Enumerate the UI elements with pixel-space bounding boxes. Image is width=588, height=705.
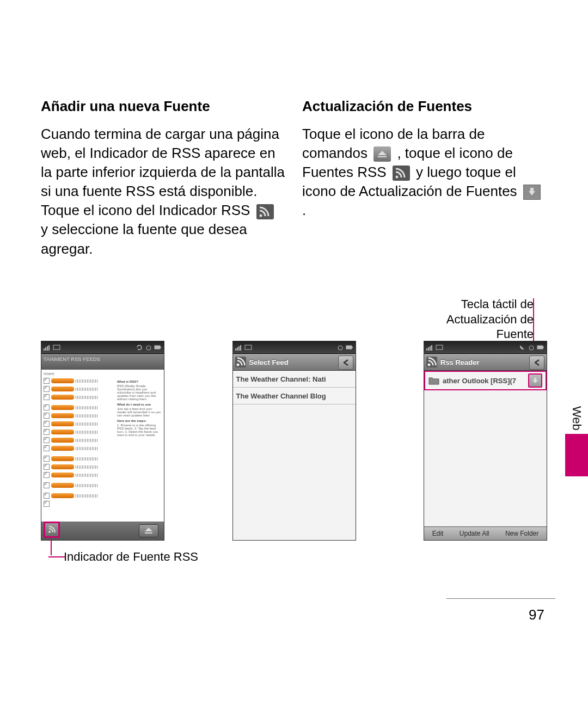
svg-rect-10 [53,345,60,350]
upd-text-4: . [302,202,306,218]
svg-rect-25 [537,346,543,349]
softkey-update-all[interactable]: Update All [458,530,491,537]
alarm-icon [336,344,344,351]
svg-rect-12 [155,346,160,349]
svg-rect-30 [534,378,536,381]
alarm-icon [528,344,535,351]
callout-refresh-key: Tecla táctil de Actualización de Fuente [425,297,534,342]
alarm-icon [145,344,152,351]
help-panel: What is RSS? RSS (Really Simple Syndicat… [117,378,162,511]
rss-feeds-icon [393,165,410,181]
svg-point-16 [48,531,51,533]
battery-icon [537,344,544,351]
screenshot-select-feed: Select Feed The Weather Channel: Nati Th… [232,341,356,541]
command-bar-button[interactable] [139,524,158,537]
battery-icon [154,344,162,351]
screenshot-browser: TAINMENT RSS FEEDS nment [41,341,164,541]
rss-icon [235,357,246,367]
signal-icon [44,344,51,351]
callout-leader-rss-h [48,554,65,560]
softkey-new-folder[interactable]: New Folder [504,530,540,537]
network-icon [244,344,252,351]
feed-item-highlighted[interactable]: ather Outlook [RSS](7 [424,371,547,390]
softkey-bar: Edit Update All New Folder [424,526,547,540]
heading-update-feeds: Actualización de Fuentes [302,98,547,115]
rss-icon [426,357,437,367]
status-bar [41,341,164,354]
paragraph-add-feed: Cuando termina de cargar una página web,… [41,125,286,259]
battery-icon [346,344,353,351]
call-icon [518,344,526,351]
svg-point-1 [259,214,262,217]
svg-point-24 [529,346,534,350]
feed-item-label: ather Outlook [RSS](7 [443,377,516,385]
svg-point-22 [236,364,239,366]
section-tab-label: Web [565,403,588,434]
refresh-feed-button[interactable] [528,373,542,388]
select-feed-titlebar: Select Feed [233,354,356,371]
svg-rect-20 [352,347,353,348]
page-number: 97 [529,606,544,623]
network-icon [436,344,443,351]
refresh-feeds-icon [523,185,541,200]
svg-rect-26 [543,347,544,348]
rss-reader-titlebar: Rss Reader [424,354,547,371]
svg-rect-5 [393,165,410,181]
status-bar [233,341,356,354]
svg-rect-23 [436,345,443,350]
rss-indicator-button[interactable] [44,522,60,538]
svg-marker-14 [145,528,152,531]
svg-rect-0 [256,204,274,219]
svg-rect-9 [530,188,534,192]
folder-icon [428,376,439,385]
callout-rss-indicator: Indicador de Fuente RSS [64,549,198,565]
svg-rect-13 [160,347,161,348]
footer-rule [446,598,555,599]
svg-point-28 [428,364,431,366]
rss-reader-title: Rss Reader [440,358,480,366]
sync-icon [136,344,143,351]
softkey-edit[interactable]: Edit [431,530,445,537]
screenshot-rss-reader: Rss Reader ather Outlook [RSS](7 Edit [424,341,547,541]
command-bar-icon [373,146,391,162]
svg-point-6 [395,176,398,179]
feed-item[interactable]: The Weather Channel Blog [233,388,356,404]
status-bar [424,341,547,354]
browser-header: TAINMENT RSS FEEDS [41,354,164,370]
select-feed-title: Select Feed [249,358,289,366]
paragraph-update-feeds: Toque el icono de la barra de comandos ,… [302,125,547,220]
back-button[interactable] [338,355,353,370]
network-icon [53,344,60,351]
add-feed-text-before: Cuando termina de cargar una página web,… [41,126,285,218]
svg-rect-4 [378,156,387,157]
feed-item[interactable]: The Weather Channel: Nati [233,371,356,388]
svg-rect-19 [346,346,352,349]
signal-icon [426,344,434,351]
back-button[interactable] [529,355,544,370]
add-feed-text-after: y seleccione la fuente que desea agregar… [41,221,247,256]
callout-leader-rss-v [48,539,54,555]
signal-icon [235,344,243,351]
svg-point-11 [146,346,151,350]
tiny-category: nment [44,372,162,376]
svg-rect-17 [245,345,252,350]
svg-point-18 [338,346,342,350]
svg-rect-15 [145,532,152,534]
heading-add-feed: Añadir una nueva Fuente [41,98,286,115]
section-tab-web: Web [565,403,588,476]
rss-indicator-icon [256,204,274,219]
